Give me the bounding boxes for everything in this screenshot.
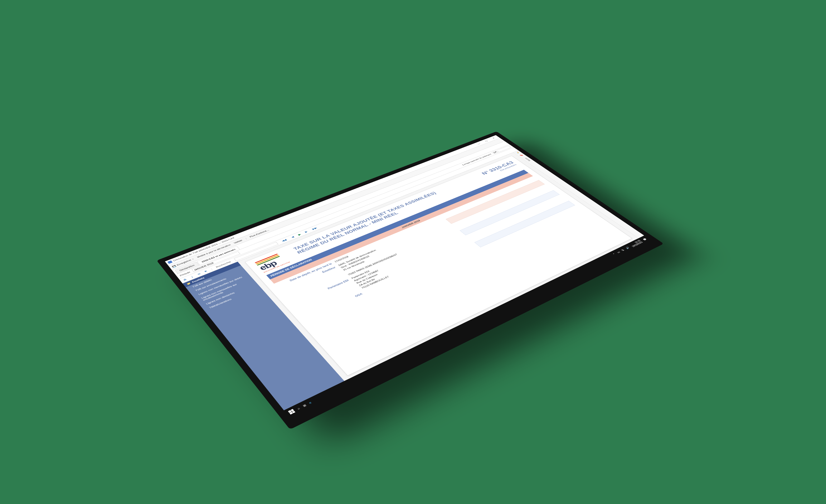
app-icon <box>167 260 173 264</box>
folder-icon: 📁 <box>186 282 191 285</box>
taskbar-taskview-icon[interactable]: ⊞ <box>302 403 307 407</box>
nav-next-button[interactable]: ▶ <box>303 230 309 233</box>
save-icon: 💾 <box>171 265 177 268</box>
tray-network-icon: ⇅ <box>621 249 625 252</box>
bookmark-icon[interactable]: 🔖 <box>519 154 524 156</box>
export-button[interactable]: ⭳ <box>190 275 194 278</box>
nav-prev-button[interactable]: ◀ <box>290 236 295 239</box>
tray-up-icon[interactable]: ˄ <box>612 253 616 256</box>
export-icon: ⭳ <box>190 275 194 278</box>
mail-button[interactable]: ✉ <box>197 273 201 276</box>
nav-play-button[interactable]: ▶ <box>297 233 301 236</box>
tray-volume-icon: 🔊 <box>625 246 630 249</box>
flag-button[interactable]: ⚑ <box>204 270 208 273</box>
note-icon[interactable]: 📝 <box>515 151 520 154</box>
tray-battery-icon: ▭ <box>616 251 621 254</box>
printer-icon: 🖶 <box>183 278 187 281</box>
notes-panel-label[interactable]: Notes <box>524 158 531 161</box>
taskbar-edge-icon[interactable]: e <box>308 401 312 404</box>
taskbar-search-icon[interactable]: ⌕ <box>297 407 301 410</box>
print-button[interactable]: 🖶 <box>183 278 187 281</box>
flag-icon: ⚑ <box>204 270 208 273</box>
tray-notifications-icon[interactable]: 💬 <box>642 238 647 241</box>
start-button[interactable] <box>288 409 296 415</box>
mail-icon: ✉ <box>197 273 201 276</box>
